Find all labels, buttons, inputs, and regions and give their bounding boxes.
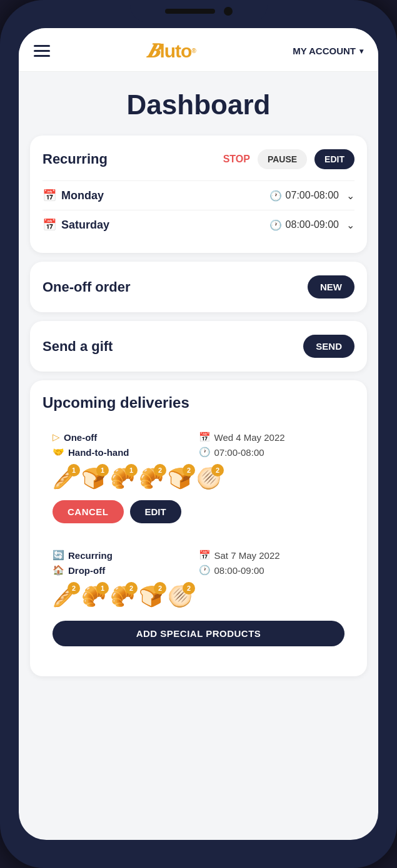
clock-icon-3: 🕐 (199, 446, 211, 458)
one-off-title: One-off order (43, 279, 131, 295)
app-header: 𝑩luto® MY ACCOUNT ▾ (19, 28, 378, 72)
upcoming-deliveries-card: Upcoming deliveries ▷ One-off 📅 Wed 4 Ma… (30, 380, 367, 676)
my-account-button[interactable]: MY ACCOUNT ▾ (293, 46, 363, 56)
monday-time: 07:00-08:00 (286, 190, 339, 201)
delivery-actions-1: CANCEL EDIT (53, 500, 344, 523)
notch-speaker (165, 9, 215, 14)
notch-camera (224, 7, 233, 16)
monday-label: Monday (61, 189, 269, 202)
bread-item: 🫓 2 (168, 584, 193, 608)
saturday-time: 08:00-09:00 (286, 219, 339, 230)
bread-badge: 2 (183, 464, 195, 476)
edit-button[interactable]: EDIT (314, 149, 354, 169)
bread-badge: 2 (183, 582, 195, 594)
cancel-button[interactable]: CANCEL (53, 500, 124, 523)
bread-items-2: 🥖 2 🥐 1 🥐 2 🍞 2 (53, 584, 344, 608)
monday-schedule-row: 📅 Monday 🕐 07:00-08:00 ⌄ (43, 180, 354, 210)
pause-button[interactable]: PAUSE (258, 149, 307, 169)
bread-badge: 1 (96, 464, 109, 476)
delivery-meta-1: ▷ One-off 📅 Wed 4 May 2022 🤝 Hand-to-han… (53, 432, 344, 458)
send-gift-button[interactable]: SEND (303, 335, 354, 358)
phone-notch (130, 0, 268, 22)
calendar-icon-4: 📅 (199, 550, 211, 561)
delivery-meta-2: 🔄 Recurring 📅 Sat 7 May 2022 🏠 Drop-off (53, 550, 344, 576)
bread-badge: 1 (125, 464, 138, 476)
bread-item: 🥐 2 (110, 584, 135, 608)
delivery-type-label: One-off (64, 432, 97, 443)
bread-item: 🍞 2 (168, 466, 193, 490)
saturday-chevron-icon[interactable]: ⌄ (346, 219, 354, 231)
send-gift-title: Send a gift (43, 338, 113, 355)
delivery-time: 07:00-08:00 (214, 447, 264, 458)
delivery-type-label-2: Recurring (68, 550, 113, 561)
delivery-method: Hand-to-hand (68, 447, 129, 458)
saturday-label: Saturday (61, 219, 269, 232)
delivery-time-row: 🕐 07:00-08:00 (199, 446, 345, 458)
delivery-date-row-2: 📅 Sat 7 May 2022 (199, 550, 345, 561)
hand-icon: 🤝 (53, 446, 64, 458)
add-special-products-button[interactable]: ADD SPECIAL PRODUCTS (53, 621, 344, 646)
delivery-method-row: 🤝 Hand-to-hand (53, 446, 199, 458)
chevron-down-icon: ▾ (359, 47, 363, 56)
play-icon: ▷ (53, 432, 60, 443)
delivery-method-2: Drop-off (68, 565, 105, 576)
bread-item: 🥖 2 (53, 584, 78, 608)
delivery-time-2: 08:00-09:00 (214, 565, 264, 576)
bread-item: 🍞 2 (139, 584, 164, 608)
clock-icon: 🕐 (269, 190, 282, 202)
delivery-date-2: Sat 7 May 2022 (214, 550, 280, 561)
calendar-icon-3: 📅 (199, 432, 211, 443)
logo-text: 𝑩 (147, 39, 159, 62)
bread-item: 🥐 1 (81, 584, 106, 608)
delivery-date: Wed 4 May 2022 (214, 432, 285, 443)
bread-item: 🥐 1 (110, 466, 135, 490)
new-order-button[interactable]: NEW (308, 275, 354, 298)
saturday-schedule-row: 📅 Saturday 🕐 08:00-09:00 ⌄ (43, 210, 354, 239)
delivery-method-row-2: 🏠 Drop-off (53, 565, 199, 576)
page-title: Dashboard (30, 72, 367, 136)
my-account-label: MY ACCOUNT (293, 46, 356, 56)
refresh-icon: 🔄 (53, 550, 64, 561)
edit-delivery-button[interactable]: EDIT (130, 500, 181, 523)
bread-items-1: 🥖 1 🍞 1 🥐 1 🥐 2 (53, 466, 344, 490)
monday-chevron-icon[interactable]: ⌄ (346, 190, 354, 202)
bread-badge: 2 (154, 464, 166, 476)
one-off-card: One-off order NEW (30, 262, 367, 312)
delivery-item-1: ▷ One-off 📅 Wed 4 May 2022 🤝 Hand-to-han… (43, 422, 354, 532)
delivery-type-row: ▷ One-off (53, 432, 199, 443)
clock-icon-4: 🕐 (199, 565, 211, 576)
calendar-icon: 📅 (43, 189, 56, 202)
send-gift-card: Send a gift SEND (30, 321, 367, 372)
bread-item: 🍞 1 (81, 466, 106, 490)
clock-icon-2: 🕐 (269, 219, 282, 231)
bread-badge: 2 (211, 464, 224, 476)
phone-screen: 𝑩luto® MY ACCOUNT ▾ Dashboard Recurring … (19, 28, 378, 840)
recurring-header: Recurring STOP PAUSE EDIT (43, 149, 354, 169)
delivery-date-row: 📅 Wed 4 May 2022 (199, 432, 345, 443)
calendar-icon-2: 📅 (43, 218, 56, 232)
bread-badge: 1 (96, 582, 109, 594)
recurring-card: Recurring STOP PAUSE EDIT 📅 Monday 🕐 07:… (30, 136, 367, 253)
delivery-type-row-2: 🔄 Recurring (53, 550, 199, 561)
recurring-title: Recurring (43, 151, 216, 167)
stop-button[interactable]: STOP (223, 154, 250, 165)
bread-badge: 2 (154, 582, 166, 594)
hamburger-menu[interactable] (34, 45, 50, 57)
delivery-time-row-2: 🕐 08:00-09:00 (199, 565, 345, 576)
delivery-item-2: 🔄 Recurring 📅 Sat 7 May 2022 🏠 Drop-off (43, 540, 354, 655)
bread-item: 🫓 2 (196, 466, 221, 490)
bread-badge: 2 (68, 582, 80, 594)
main-content: Dashboard Recurring STOP PAUSE EDIT 📅 Mo… (19, 72, 378, 840)
bread-badge: 1 (68, 464, 80, 476)
house-icon: 🏠 (53, 565, 64, 576)
bread-item: 🥐 2 (139, 466, 164, 490)
logo: 𝑩luto® (147, 39, 195, 62)
bread-badge: 2 (125, 582, 138, 594)
upcoming-title: Upcoming deliveries (43, 394, 354, 412)
phone-shell: 𝑩luto® MY ACCOUNT ▾ Dashboard Recurring … (0, 0, 397, 868)
bread-item: 🥖 1 (53, 466, 78, 490)
